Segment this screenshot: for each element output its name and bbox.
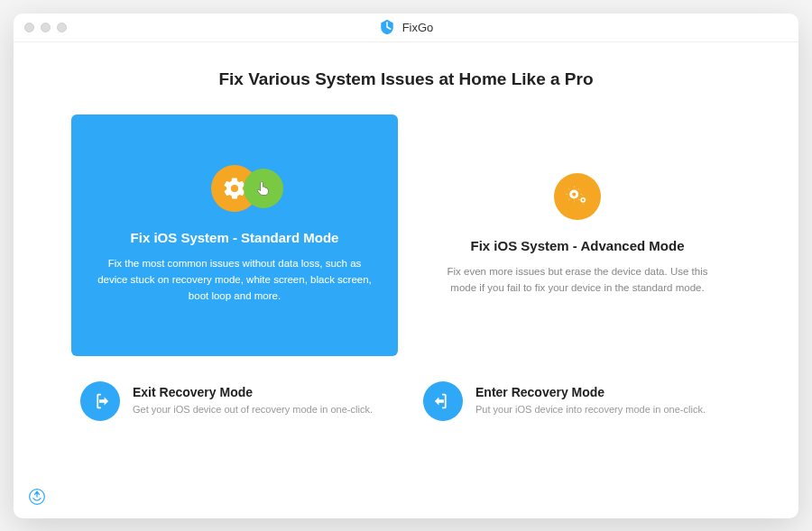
- app-window: FixGo Fix Various System Issues at Home …: [14, 14, 798, 518]
- gears-icon: [554, 173, 601, 220]
- mode-cards: Fix iOS System - Standard Mode Fix the m…: [14, 114, 798, 356]
- enter-recovery-card[interactable]: Enter Recovery Mode Put your iOS device …: [414, 371, 741, 432]
- exit-recovery-card[interactable]: Exit Recovery Mode Get your iOS device o…: [71, 371, 398, 432]
- app-title: FixGo: [402, 21, 434, 34]
- svg-point-1: [582, 199, 585, 202]
- info-icon[interactable]: [28, 488, 46, 506]
- advanced-mode-card[interactable]: Fix iOS System - Advanced Mode Fix even …: [414, 114, 741, 356]
- app-logo-icon: [379, 19, 395, 35]
- enter-recovery-description: Put your iOS device into recovery mode i…: [475, 403, 706, 417]
- recovery-row: Exit Recovery Mode Get your iOS device o…: [14, 371, 798, 432]
- exit-recovery-text: Exit Recovery Mode Get your iOS device o…: [133, 385, 373, 417]
- advanced-mode-description: Fix even more issues but erase the devic…: [436, 264, 719, 297]
- advanced-mode-icon-wrap: [554, 171, 601, 222]
- exit-recovery-description: Get your iOS device out of recovery mode…: [133, 403, 373, 417]
- title-center: FixGo: [379, 19, 434, 35]
- standard-mode-description: Fix the most common issues without data …: [93, 256, 376, 304]
- advanced-mode-title: Fix iOS System - Advanced Mode: [470, 238, 684, 253]
- enter-recovery-text: Enter Recovery Mode Put your iOS device …: [475, 385, 706, 417]
- standard-mode-icon-wrap: [211, 163, 258, 214]
- close-window-button[interactable]: [24, 23, 34, 32]
- titlebar: FixGo: [14, 14, 798, 42]
- enter-recovery-title: Enter Recovery Mode: [475, 385, 706, 399]
- zoom-window-button[interactable]: [57, 23, 67, 32]
- exit-recovery-title: Exit Recovery Mode: [133, 385, 373, 399]
- standard-mode-card[interactable]: Fix iOS System - Standard Mode Fix the m…: [71, 114, 398, 356]
- window-controls: [24, 23, 67, 32]
- page-headline: Fix Various System Issues at Home Like a…: [14, 69, 798, 89]
- standard-mode-title: Fix iOS System - Standard Mode: [131, 230, 339, 245]
- exit-recovery-icon: [80, 381, 120, 421]
- minimize-window-button[interactable]: [41, 23, 51, 32]
- enter-recovery-icon: [423, 381, 463, 421]
- cursor-pointer-icon: [244, 169, 283, 208]
